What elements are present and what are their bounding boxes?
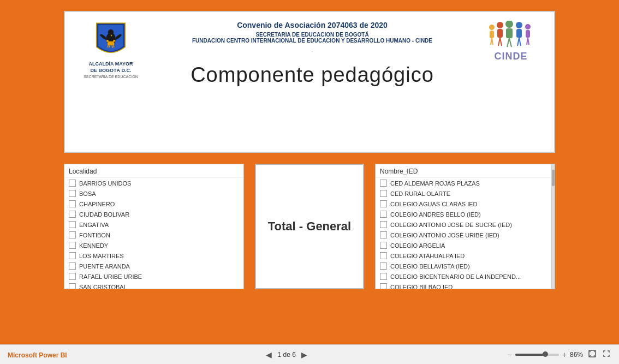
svg-line-25 xyxy=(528,38,529,45)
checkbox[interactable] xyxy=(69,242,76,249)
svg-rect-4 xyxy=(106,40,109,42)
list-item[interactable]: BOSA xyxy=(64,188,243,199)
zoom-slider-thumb xyxy=(543,351,548,357)
checkbox[interactable] xyxy=(380,180,387,187)
total-general-box: Total - General xyxy=(255,164,364,289)
next-page-button[interactable]: ▶ xyxy=(300,350,308,359)
svg-rect-11 xyxy=(497,29,503,38)
secretaria-line: SECRETARIA DE EDUCACION DE BOGOTÁ xyxy=(154,32,470,38)
checkbox[interactable] xyxy=(380,252,387,259)
checkbox[interactable] xyxy=(69,231,76,238)
bogota-shield-icon xyxy=(92,21,130,59)
checkbox[interactable] xyxy=(380,190,387,197)
checkbox[interactable] xyxy=(69,180,76,187)
logo-left: ALCALDÍA MAYOR DE BOGOTÁ D.C. SECRETARÍA… xyxy=(78,21,144,79)
checkbox[interactable] xyxy=(380,283,387,289)
filters-row: Localidad BARRIOS UNIDOSBOSACHAPINEROCIU… xyxy=(64,164,555,289)
page-indicator: 1 de 6 xyxy=(277,351,295,359)
bottom-bar-center: ◀ 1 de 6 ▶ xyxy=(265,350,308,359)
list-item[interactable]: FONTIBON xyxy=(64,230,243,240)
list-item[interactable]: COLEGIO ANTONIO JOSÉ URIBE (IED) xyxy=(376,230,551,240)
localidad-label: Localidad xyxy=(64,164,243,178)
checkbox[interactable] xyxy=(69,262,76,270)
checkbox[interactable] xyxy=(380,262,387,270)
list-item[interactable]: PUENTE ARANDA xyxy=(64,261,243,271)
zoom-out-button[interactable]: − xyxy=(507,349,513,360)
svg-point-18 xyxy=(516,22,522,28)
checkbox[interactable] xyxy=(69,190,76,197)
list-item[interactable]: ENGATIVA xyxy=(64,219,243,230)
checkbox[interactable] xyxy=(380,211,387,218)
checkbox[interactable] xyxy=(69,221,76,228)
svg-point-22 xyxy=(525,24,531,29)
checkbox[interactable] xyxy=(380,273,387,280)
nombre-ied-filter[interactable]: Nombre_IED CED ALDEMAR ROJAS PLAZASCED R… xyxy=(375,164,555,289)
list-item[interactable]: CED ALDEMAR ROJAS PLAZAS xyxy=(376,178,551,188)
svg-line-9 xyxy=(492,38,493,45)
list-item[interactable]: KENNEDY xyxy=(64,240,243,250)
total-general-text: Total - General xyxy=(268,219,351,234)
zoom-control[interactable]: − + 86% xyxy=(507,349,583,360)
checkbox[interactable] xyxy=(69,252,76,259)
svg-rect-3 xyxy=(108,41,114,45)
svg-line-13 xyxy=(500,38,502,46)
cinde-people-icon xyxy=(486,21,535,51)
bottom-bar-right: − + 86% xyxy=(507,349,611,360)
list-item[interactable]: COLEGIO ANDRES BELLO (IED) xyxy=(376,209,551,219)
expand-button[interactable] xyxy=(602,349,611,360)
list-item[interactable]: BARRIOS UNIDOS xyxy=(64,178,243,188)
svg-point-14 xyxy=(505,21,513,28)
nombre-ied-label: Nombre_IED xyxy=(376,164,551,178)
checkbox[interactable] xyxy=(69,283,76,289)
zoom-level: 86% xyxy=(570,351,583,359)
svg-rect-15 xyxy=(506,28,513,38)
checkbox[interactable] xyxy=(69,273,76,280)
zoom-in-button[interactable]: + xyxy=(561,349,568,360)
list-item[interactable]: COLEGIO BILBAO IED xyxy=(376,282,551,289)
list-item[interactable]: COLEGIO BICENTENARIO DE LA INDEPEND... xyxy=(376,271,551,282)
localidad-list[interactable]: BARRIOS UNIDOSBOSACHAPINEROCIUDAD BOLIVA… xyxy=(64,178,243,289)
checkbox[interactable] xyxy=(69,200,76,207)
svg-line-16 xyxy=(507,38,509,47)
cinde-label: CINDE xyxy=(494,51,527,62)
powerbi-link[interactable]: Microsoft Power BI xyxy=(8,351,67,359)
list-item[interactable]: COLEGIO ATAHUALPA IED xyxy=(376,250,551,261)
fundacion-line: FUNDACION CENTRO INTERNACIONAL DE EDUCAC… xyxy=(154,38,470,44)
svg-point-10 xyxy=(497,22,503,28)
componente-title: Componente pedagógico xyxy=(154,63,470,87)
alcaldia-text: ALCALDÍA MAYOR DE BOGOTÁ D.C. xyxy=(89,61,133,74)
prev-page-button[interactable]: ◀ xyxy=(265,350,273,359)
list-item[interactable]: COLEGIO BELLAVISTA (IED) xyxy=(376,261,551,271)
list-item[interactable]: COLEGIO AGUAS CLARAS IED xyxy=(376,199,551,209)
list-item[interactable]: COLEGIO ARGELIA xyxy=(376,240,551,250)
checkbox[interactable] xyxy=(380,231,387,238)
zoom-slider[interactable] xyxy=(515,354,559,356)
checkbox[interactable] xyxy=(69,211,76,218)
svg-line-21 xyxy=(519,38,521,46)
nombre-ied-list[interactable]: CED ALDEMAR ROJAS PLAZASCED RURAL OLARTE… xyxy=(376,178,551,289)
checkbox[interactable] xyxy=(380,200,387,207)
svg-point-6 xyxy=(489,25,495,30)
fit-page-button[interactable] xyxy=(587,349,597,360)
secretaria-edu-text: SECRETARÍA DE EDUCACIÓN xyxy=(84,75,138,79)
convenio-title: Convenio de Asociación 2074063 de 2020 xyxy=(154,21,470,29)
localidad-filter[interactable]: Localidad BARRIOS UNIDOSBOSACHAPINEROCIU… xyxy=(64,164,244,289)
slide-card: ALCALDÍA MAYOR DE BOGOTÁ D.C. SECRETARÍA… xyxy=(64,11,555,153)
scroll-thumb xyxy=(552,170,555,186)
list-item[interactable]: SAN CRISTOBAL xyxy=(64,282,243,289)
list-item[interactable]: CHAPINERO xyxy=(64,199,243,209)
bottom-bar: Microsoft Power BI ◀ 1 de 6 ▶ − + 86% xyxy=(0,344,619,364)
slide-header: ALCALDÍA MAYOR DE BOGOTÁ D.C. SECRETARÍA… xyxy=(78,21,541,87)
bottom-bar-left[interactable]: Microsoft Power BI xyxy=(8,350,67,360)
checkbox[interactable] xyxy=(380,221,387,228)
svg-rect-19 xyxy=(516,29,522,38)
main-area: ALCALDÍA MAYOR DE BOGOTÁ D.C. SECRETARÍA… xyxy=(5,5,614,339)
svg-rect-23 xyxy=(526,30,530,38)
list-item[interactable]: CED RURAL OLARTE xyxy=(376,188,551,199)
list-item[interactable]: CIUDAD BOLIVAR xyxy=(64,209,243,219)
checkbox[interactable] xyxy=(380,242,387,249)
list-item[interactable]: LOS MARTIRES xyxy=(64,250,243,261)
list-item[interactable]: COLEGIO ANTONIO JOSE DE SUCRE (IED) xyxy=(376,219,551,230)
list-item[interactable]: RAFAEL URIBE URIBE xyxy=(64,271,243,282)
scroll-indicator[interactable] xyxy=(551,164,555,289)
